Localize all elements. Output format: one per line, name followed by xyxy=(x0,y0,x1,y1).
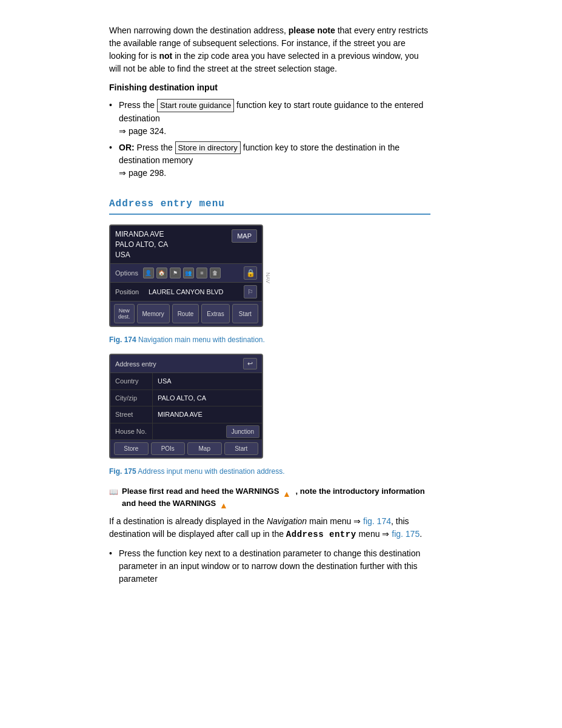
addr-back-button[interactable]: ↩ xyxy=(243,358,257,369)
start-action-button[interactable]: Start xyxy=(224,442,259,455)
finishing-bullet-1: Press the Start route guidance function … xyxy=(109,99,430,138)
nav-addr-line2: PALO ALTO, CA xyxy=(115,240,168,250)
map-button[interactable]: MAP xyxy=(232,229,257,243)
finishing-section: Finishing destination input Press the St… xyxy=(109,81,430,180)
fig175-caption: Fig. 175 Address input menu with destina… xyxy=(109,466,430,477)
country-label: Country xyxy=(110,373,153,389)
options-label: Options xyxy=(115,268,138,278)
bullet2-arrow: ⇒ page 298. xyxy=(119,168,166,178)
content-area: When narrowing down the destination addr… xyxy=(109,24,430,585)
cityzip-value: PALO ALTO, CA xyxy=(153,390,262,406)
addr-cityzip-row[interactable]: City/zip PALO ALTO, CA xyxy=(110,390,262,407)
warning-triangle-2 xyxy=(219,499,229,508)
icon-list[interactable]: ≡ xyxy=(196,268,207,278)
position-label: Position xyxy=(115,287,149,297)
fig174-side-label: NAV xyxy=(264,272,272,283)
book-icon: 📖 xyxy=(109,487,118,497)
start-route-key: Start route guidance xyxy=(157,99,234,112)
street-value: MIRANDA AVE xyxy=(153,406,262,423)
body-p1-pre: If a destination is already displayed in… xyxy=(109,516,267,526)
country-value: USA xyxy=(153,373,262,389)
icon-person[interactable]: 👤 xyxy=(143,268,154,278)
body-p1-arrow: ⇒ xyxy=(353,516,363,526)
lock-icon[interactable]: 🔒 xyxy=(244,266,257,280)
body-bullet-1: Press the function key next to a destina… xyxy=(109,547,430,585)
warning-triangle-1 xyxy=(283,488,292,496)
nav-options-row: Options 👤 🏠 ⚑ 👥 ≡ 🗑 🔒 xyxy=(110,263,262,283)
body-bullet-text: Press the function key next to a destina… xyxy=(119,548,420,584)
bullet2-mid: Press the xyxy=(135,143,175,152)
nav-addr-line1: MIRANDA AVE xyxy=(115,229,168,240)
fig174-caption-link[interactable]: Navigation main menu with destination. xyxy=(138,335,265,344)
address-entry-section-title-bar: Address entry menu xyxy=(109,197,430,215)
store-directory-key: Store in directory xyxy=(175,141,241,155)
finishing-heading: Finishing destination input xyxy=(109,81,430,94)
intro-bold-1: please note xyxy=(289,25,335,35)
position-flag-btn[interactable]: ⚐ xyxy=(244,285,257,298)
fig174-caption: Fig. 174 Navigation main menu with desti… xyxy=(109,334,430,345)
fig175-caption-link[interactable]: Address input menu with destination addr… xyxy=(138,467,284,476)
fig175-ref-link[interactable]: fig. 175 xyxy=(392,529,420,539)
body-p1-mid: main menu xyxy=(307,516,353,526)
addr-header: Address entry ↩ xyxy=(110,355,262,373)
cityzip-label: City/zip xyxy=(110,390,153,406)
position-value: LAUREL CANYON BLVD xyxy=(149,287,244,297)
bullet1-pre: Press the xyxy=(119,100,157,110)
route-button[interactable]: Route xyxy=(172,304,199,323)
body-p1-end: . xyxy=(420,529,422,539)
address-entry-title: Address entry menu xyxy=(109,197,430,211)
memory-button[interactable]: Memory xyxy=(137,304,170,323)
warning-text: Please first read and heed the WARNINGS … xyxy=(122,485,430,509)
fig175-wrapper: Address entry ↩ Country USA City/zip PAL… xyxy=(109,354,263,462)
nav-addr-line3: USA xyxy=(115,250,168,260)
addr-action-buttons: Store POIs Map Start xyxy=(110,440,262,457)
icon-trash[interactable]: 🗑 xyxy=(210,268,221,278)
warning-pre: Please first read and heed the WARNINGS xyxy=(122,487,279,496)
store-button[interactable]: Store xyxy=(114,442,149,455)
map-action-button[interactable]: Map xyxy=(187,442,222,455)
start-button[interactable]: Start xyxy=(232,304,258,323)
addr-header-title: Address entry xyxy=(115,359,156,369)
warning-note: 📖 Please first read and heed the WARNING… xyxy=(109,485,430,509)
addr-country-row[interactable]: Country USA xyxy=(110,373,262,390)
extras-button[interactable]: Extras xyxy=(201,304,229,323)
fig174-ui: MIRANDA AVE PALO ALTO, CA USA MAP Option… xyxy=(109,224,263,327)
new-dest-button[interactable]: Newdest. xyxy=(114,304,135,323)
junction-button[interactable]: Junction xyxy=(226,425,259,438)
body-para1: If a destination is already displayed in… xyxy=(109,515,430,541)
body-p1-italic: Navigation xyxy=(267,516,307,526)
fig174-ref-link[interactable]: fig. 174 xyxy=(363,516,391,526)
addr-house-row: House No. Junction xyxy=(110,423,262,440)
body-p1-mono: Address entry xyxy=(286,530,356,539)
body-p1-post: menu xyxy=(356,529,383,539)
bullet1-arrow: ⇒ page 324. xyxy=(119,126,166,136)
fig174-wrapper: MIRANDA AVE PALO ALTO, CA USA MAP Option… xyxy=(109,224,263,331)
finishing-list: Press the Start route guidance function … xyxy=(109,99,430,180)
nav-bottom-buttons: Newdest. Memory Route Extras Start xyxy=(110,302,262,326)
pois-button[interactable]: POIs xyxy=(151,442,186,455)
body-bullet-list: Press the function key next to a destina… xyxy=(109,547,430,585)
nav-header: MIRANDA AVE PALO ALTO, CA USA MAP xyxy=(110,226,262,263)
icon-home[interactable]: 🏠 xyxy=(156,268,167,278)
icon-person2[interactable]: 👥 xyxy=(183,268,194,278)
body-p1-arrow2: ⇒ xyxy=(382,529,392,539)
addr-street-row[interactable]: Street MIRANDA AVE xyxy=(110,406,262,423)
house-label: House No. xyxy=(110,423,153,440)
street-label: Street xyxy=(110,406,153,423)
nav-position-row: Position LAUREL CANYON BLVD ⚐ xyxy=(110,283,262,302)
intro-text-1: When narrowing down the destination addr… xyxy=(109,25,289,35)
intro-paragraph: When narrowing down the destination addr… xyxy=(109,24,430,75)
fig175-label: Fig. 175 xyxy=(109,467,136,476)
icon-flag[interactable]: ⚑ xyxy=(170,268,181,278)
intro-bold-2: not xyxy=(159,51,172,61)
nav-address-text: MIRANDA AVE PALO ALTO, CA USA xyxy=(115,229,168,260)
fig175-ui: Address entry ↩ Country USA City/zip PAL… xyxy=(109,354,263,459)
finishing-bullet-2: OR: Press the Store in directory functio… xyxy=(109,141,430,180)
or-label: OR: xyxy=(119,143,135,152)
fig174-label: Fig. 174 xyxy=(109,335,136,344)
